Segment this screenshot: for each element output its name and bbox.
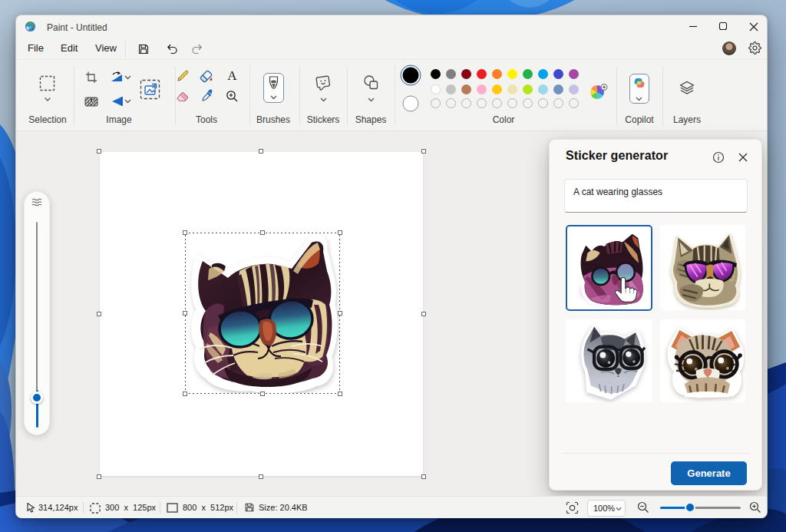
svg-text:A: A: [227, 69, 237, 82]
